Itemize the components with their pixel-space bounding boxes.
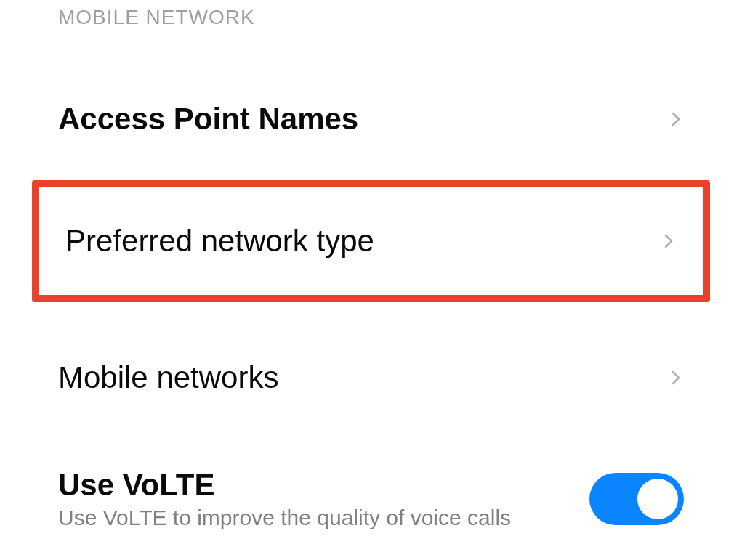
toggle-knob	[637, 479, 678, 519]
volte-text: Use VoLTE Use VoLTE to improve the quali…	[58, 468, 511, 530]
volte-subtitle: Use VoLTE to improve the quality of voic…	[58, 506, 511, 530]
chevron-right-icon	[659, 232, 677, 250]
menu-item-mobile-networks[interactable]: Mobile networks	[0, 331, 742, 424]
mobile-networks-label: Mobile networks	[58, 360, 278, 395]
menu-item-volte: Use VoLTE Use VoLTE to improve the quali…	[0, 439, 742, 545]
menu-item-preferred-network[interactable]: Preferred network type	[32, 180, 710, 302]
volte-toggle[interactable]	[589, 473, 684, 525]
menu-item-apn[interactable]: Access Point Names	[0, 73, 742, 166]
apn-label: Access Point Names	[58, 102, 358, 137]
volte-title: Use VoLTE	[58, 468, 511, 503]
settings-container: MOBILE NETWORK Access Point Names Prefer…	[0, 0, 742, 545]
preferred-network-label: Preferred network type	[65, 224, 374, 259]
chevron-right-icon	[666, 369, 684, 386]
section-header: MOBILE NETWORK	[0, 0, 742, 44]
chevron-right-icon	[666, 110, 684, 128]
